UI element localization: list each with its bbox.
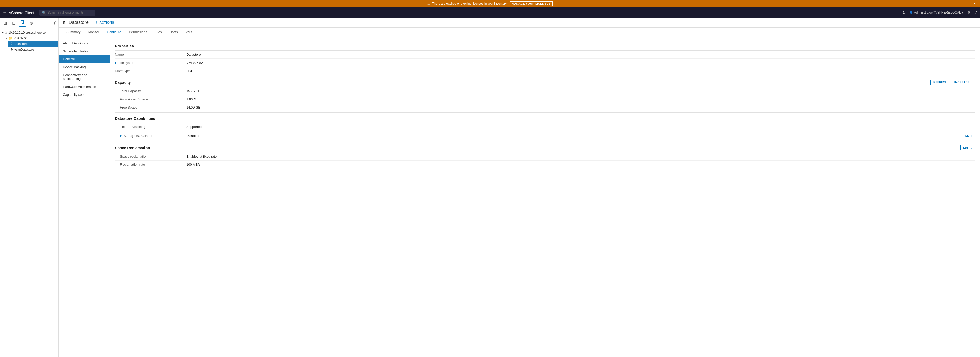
- warning-message: There are expired or expiring licenses i…: [432, 2, 508, 5]
- tree-ds-label: Datastore: [14, 42, 27, 46]
- prop-free-space-label: Free Space: [115, 105, 186, 109]
- tab-monitor[interactable]: Monitor: [85, 27, 103, 37]
- sidebar-vms-icon[interactable]: ⊟: [11, 19, 17, 27]
- capabilities-header: Datastore Capabilities: [115, 114, 975, 123]
- prop-name-row: Name Datastore: [115, 51, 975, 59]
- search-input[interactable]: [48, 11, 88, 14]
- tab-configure[interactable]: Configure: [103, 27, 125, 37]
- tab-files[interactable]: Files: [151, 27, 165, 37]
- tree-vsan-label: vsanDatastore: [14, 48, 34, 51]
- help-icon[interactable]: ?: [975, 10, 977, 15]
- prop-space-reclamation-label: Space reclamation: [115, 155, 186, 158]
- main-panel: Properties Name Datastore ▶ File system …: [110, 37, 980, 357]
- topbar-right: ↻ 👤 Administrator@VSPHERE.LOCAL ▾ ☺ ?: [902, 10, 977, 15]
- prop-filesystem-value: VMFS 6.82: [186, 61, 975, 65]
- search-icon: 🔍: [42, 11, 46, 14]
- tree-datastores-group: 🗄 Datastore 🗄 vsanDatastore: [4, 41, 59, 53]
- tree-dc-expand-icon: ▾: [6, 37, 8, 40]
- user-avatar-icon: 👤: [909, 11, 913, 14]
- divider-2: [115, 112, 975, 113]
- content-area: 🗄 Datastore ⋮ ACTIONS Summary Monitor Co…: [59, 18, 980, 357]
- prop-provisioned-space-label: Provisioned Space: [115, 97, 186, 101]
- tree-datacenter-node[interactable]: ▾ 📁 VSAN-DC: [4, 35, 59, 41]
- prop-space-reclamation-value: Enabled at fixed rate: [186, 155, 975, 158]
- nav-general[interactable]: General: [59, 55, 110, 63]
- prop-drivetype-row: Drive type HDD: [115, 67, 975, 75]
- tree-root-icon: ⚙: [5, 31, 7, 35]
- sidebar-storage-icon[interactable]: 🗄: [19, 19, 26, 27]
- tab-hosts[interactable]: Hosts: [166, 27, 181, 37]
- actions-button[interactable]: ⋮ ACTIONS: [95, 21, 114, 24]
- prop-name-value: Datastore: [186, 53, 975, 56]
- nav-device-backing[interactable]: Device Backing: [59, 63, 110, 71]
- prop-storage-io-row: ▶ Storage I/O Control Disabled EDIT: [115, 131, 975, 140]
- tree-root: ▾ ⚙ 10.10.10.10.org.vsphere.com ▾ 📁 VSAN…: [0, 28, 59, 54]
- object-icon: 🗄: [63, 21, 66, 24]
- prop-filesystem-row: ▶ File system VMFS 6.82: [115, 59, 975, 67]
- nav-alarm-definitions[interactable]: Alarm Definitions: [59, 39, 110, 47]
- prop-free-space-value: 14.09 GB: [186, 105, 975, 109]
- nav-scheduled-tasks[interactable]: Scheduled Tasks: [59, 47, 110, 55]
- nav-capability-sets[interactable]: Capability sets: [59, 91, 110, 99]
- space-reclamation-actions: EDIT...: [960, 145, 975, 150]
- space-reclamation-header: Space Reclamation EDIT...: [115, 142, 975, 153]
- space-reclamation-edit-button[interactable]: EDIT...: [960, 145, 975, 150]
- prop-thin-provisioning-value: Supported: [186, 125, 975, 129]
- prop-drivetype-value: HDD: [186, 69, 975, 73]
- capacity-section: Capacity REFRESH INCREASE... Total Capac…: [115, 77, 975, 112]
- tree-dc-icon: 📁: [9, 37, 13, 40]
- sidebar-hosts-icon[interactable]: ⊞: [2, 19, 8, 27]
- prop-reclamation-rate-label: Reclamation rate: [115, 163, 186, 166]
- sidebar-collapse-button[interactable]: ❮: [53, 19, 56, 27]
- actions-menu-icon: ⋮: [95, 21, 99, 24]
- tree-root-node[interactable]: ▾ ⚙ 10.10.10.10.org.vsphere.com: [0, 30, 59, 35]
- configure-left-nav: Alarm Definitions Scheduled Tasks Genera…: [59, 37, 110, 357]
- nav-connectivity-multipathing[interactable]: Connectivity and Multipathing: [59, 71, 110, 83]
- space-reclamation-title: Space Reclamation: [115, 145, 150, 150]
- prop-free-space-row: Free Space 14.09 GB: [115, 104, 975, 112]
- user-label: Administrator@VSPHERE.LOCAL: [914, 11, 961, 14]
- prop-space-reclamation-row: Space reclamation Enabled at fixed rate: [115, 153, 975, 161]
- app-body: ⊞ ⊟ 🗄 ⊕ ❮ ▾ ⚙ 10.10.10.10.org.vsphere.co…: [0, 18, 980, 357]
- banner-close-icon[interactable]: ✕: [974, 2, 976, 5]
- prop-drivetype-label: Drive type: [115, 69, 186, 73]
- sidebar: ⊞ ⊟ 🗄 ⊕ ❮ ▾ ⚙ 10.10.10.10.org.vsphere.co…: [0, 18, 59, 357]
- prop-thin-provisioning-label: Thin Provisioning: [115, 125, 186, 129]
- prop-total-capacity-value: 15.75 GB: [186, 89, 975, 93]
- prop-filesystem-label: ▶ File system: [115, 61, 186, 65]
- user-chevron-icon: ▾: [962, 11, 963, 14]
- search-bar[interactable]: 🔍: [39, 10, 95, 16]
- increase-button[interactable]: INCREASE...: [952, 80, 975, 85]
- storage-io-expand-icon[interactable]: ▶: [120, 134, 122, 137]
- topbar: ☰ vSphere Client 🔍 ↻ 👤 Administrator@VSP…: [0, 7, 980, 18]
- refresh-button[interactable]: REFRESH: [931, 80, 950, 85]
- sidebar-network-icon[interactable]: ⊕: [28, 19, 35, 27]
- filesystem-expand-icon[interactable]: ▶: [115, 61, 117, 64]
- smiley-icon[interactable]: ☺: [967, 10, 971, 15]
- nav-hardware-acceleration[interactable]: Hardware Acceleration: [59, 83, 110, 91]
- properties-header: Properties: [115, 41, 975, 51]
- prop-storage-io-label: ▶ Storage I/O Control: [115, 134, 186, 138]
- refresh-icon[interactable]: ↻: [902, 10, 906, 15]
- prop-total-capacity-row: Total Capacity 15.75 GB: [115, 87, 975, 95]
- tree-datacenter-group: ▾ 📁 VSAN-DC 🗄 Datastore 🗄 vsanDatastore: [0, 35, 59, 53]
- divider-1: [115, 76, 975, 76]
- app-name: vSphere Client: [9, 11, 34, 15]
- app-brand: vSphere Client: [9, 11, 34, 15]
- user-menu[interactable]: 👤 Administrator@VSPHERE.LOCAL ▾: [909, 11, 963, 14]
- page-title: Datastore: [69, 20, 89, 25]
- tab-summary[interactable]: Summary: [63, 27, 84, 37]
- tree-datastore-item[interactable]: 🗄 Datastore: [8, 41, 59, 47]
- prop-reclamation-rate-value: 100 MB/s: [186, 163, 975, 166]
- manage-licenses-button[interactable]: MANAGE YOUR LICENSES: [509, 1, 553, 6]
- storage-io-edit-button[interactable]: EDIT: [963, 133, 975, 138]
- hamburger-icon[interactable]: ☰: [3, 10, 6, 15]
- prop-storage-io-value: Disabled: [186, 134, 963, 138]
- capacity-title: Capacity: [115, 80, 131, 84]
- warning-icon: ⚠: [427, 2, 430, 5]
- tab-permissions[interactable]: Permissions: [125, 27, 151, 37]
- warning-banner: ⚠ There are expired or expiring licenses…: [0, 0, 980, 7]
- tab-vms[interactable]: VMs: [182, 27, 196, 37]
- prop-total-capacity-label: Total Capacity: [115, 89, 186, 93]
- tree-vsan-item[interactable]: 🗄 vsanDatastore: [8, 47, 59, 53]
